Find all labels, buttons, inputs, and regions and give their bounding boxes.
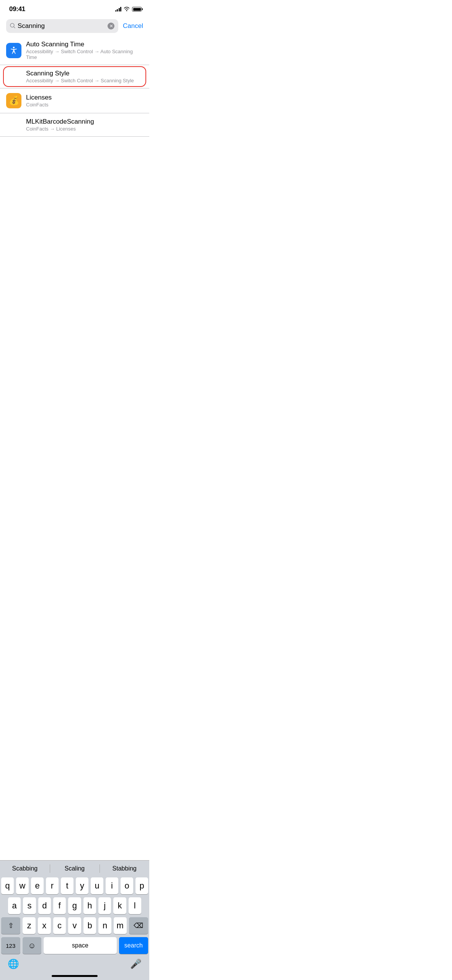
result-text: Auto Scanning Time Accessibility → Switc…	[26, 41, 143, 60]
search-bar[interactable]: ✕	[6, 19, 118, 33]
result-item-licenses[interactable]: 💰 Licenses CoinFacts	[0, 88, 149, 113]
result-title: Licenses	[26, 94, 143, 101]
coinfacts-icon: 💰	[6, 93, 21, 108]
status-icons	[115, 7, 142, 12]
status-bar: 09:41	[0, 0, 149, 16]
result-item-auto-scanning-time[interactable]: Auto Scanning Time Accessibility → Switc…	[0, 36, 149, 65]
result-subtitle: Accessibility → Switch Control → Auto Sc…	[26, 49, 143, 60]
result-subtitle: Accessibility → Switch Control → Scannin…	[26, 78, 143, 83]
result-title: Scanning Style	[26, 70, 143, 77]
results-list: Auto Scanning Time Accessibility → Switc…	[0, 36, 149, 137]
result-title: MLKitBarcodeScanning	[26, 118, 143, 126]
result-text: Licenses CoinFacts	[26, 94, 143, 108]
clear-button[interactable]: ✕	[108, 23, 114, 29]
result-text: MLKitBarcodeScanning CoinFacts → License…	[26, 118, 143, 132]
search-container: ✕ Cancel	[0, 16, 149, 36]
wifi-icon	[124, 7, 130, 12]
result-item-scanning-style[interactable]: Scanning Style Accessibility → Switch Co…	[0, 65, 149, 88]
svg-line-1	[14, 27, 15, 28]
result-subtitle: CoinFacts	[26, 102, 143, 108]
search-icon	[10, 23, 15, 29]
svg-point-2	[13, 47, 15, 48]
signal-icon	[115, 7, 122, 11]
result-item-mlkit[interactable]: MLKitBarcodeScanning CoinFacts → License…	[0, 113, 149, 137]
accessibility-icon	[6, 43, 21, 58]
content-area	[0, 137, 149, 267]
result-title: Auto Scanning Time	[26, 41, 143, 48]
result-text: Scanning Style Accessibility → Switch Co…	[26, 70, 143, 83]
battery-icon	[132, 7, 142, 11]
status-time: 09:41	[9, 5, 25, 13]
search-input[interactable]	[18, 22, 105, 30]
cancel-button[interactable]: Cancel	[123, 22, 143, 30]
result-subtitle: CoinFacts → Licenses	[26, 126, 143, 132]
